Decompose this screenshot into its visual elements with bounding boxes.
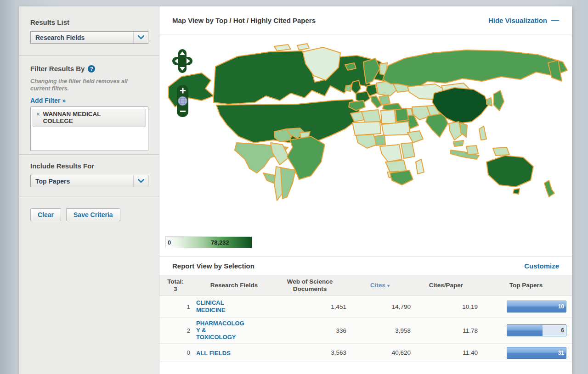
save-criteria-button[interactable]: Save Criteria — [66, 208, 120, 221]
column-header-research-fields[interactable]: Research Fields — [196, 282, 272, 289]
remove-filter-icon[interactable]: × — [36, 111, 40, 118]
cites-label: Cites — [370, 282, 385, 289]
sidebar: Results List Research Fields Filter Resu… — [19, 6, 159, 374]
country-south-korea — [486, 98, 492, 106]
sort-desc-icon: ▾ — [387, 283, 390, 288]
country-argentina — [281, 167, 295, 199]
map-header: Map View by Top / Hot / Highly Cited Pap… — [159, 6, 572, 34]
region-congo — [380, 145, 402, 162]
total-count: Total: 3 — [162, 278, 189, 293]
row-rank: 1 — [159, 303, 196, 310]
hide-visualization-link[interactable]: Hide Visualization — — [488, 16, 559, 25]
country-madagascar — [416, 159, 424, 174]
top-papers-value: 31 — [558, 347, 564, 358]
include-results-selected: Top Papers — [35, 178, 70, 185]
country-malaysia — [453, 140, 464, 146]
top-papers-bar[interactable]: 31 — [507, 347, 566, 359]
country-peru — [271, 143, 289, 165]
country-vietnam — [461, 123, 467, 137]
hide-visualization-label: Hide Visualization — [488, 17, 547, 24]
column-header-wos-documents[interactable]: Web of Science Documents — [283, 278, 338, 293]
main-content: Map View by Top / Hot / Highly Cited Pap… — [159, 6, 572, 374]
docs-value: 336 — [272, 327, 348, 334]
cites-value: 14,790 — [348, 303, 412, 310]
filter-chip-label: WANNAN MEDICAL COLLEGE — [43, 111, 124, 125]
column-header-cites-per-paper[interactable]: Cites/Paper — [412, 282, 480, 289]
country-uk — [351, 80, 361, 94]
cites-per-paper-value: 11.78 — [412, 327, 480, 334]
research-field-link[interactable]: PHARMACOLOGY & TOXICOLOGY — [196, 320, 245, 341]
cites-per-paper-value: 11.40 — [412, 349, 480, 356]
map-title: Map View by Top / Hot / Highly Cited Pap… — [172, 17, 316, 24]
zoom-control[interactable] — [177, 85, 188, 117]
arctic-island — [297, 44, 309, 50]
world-map[interactable] — [159, 37, 572, 241]
top-papers-value: 10 — [558, 301, 564, 312]
country-ireland — [345, 85, 351, 91]
include-results-dropdown[interactable]: Top Papers — [30, 175, 148, 187]
collapse-dash-icon: — — [551, 16, 559, 25]
country-nigeria — [374, 135, 385, 145]
docs-value: 3,563 — [272, 349, 348, 356]
country-australia — [486, 156, 533, 187]
region-myanmar-thailand — [449, 122, 462, 140]
scale-max-label: 78,232 — [211, 239, 229, 246]
top-papers-bar[interactable]: 10 — [507, 301, 566, 313]
cites-value: 40,620 — [348, 349, 412, 356]
bar-fill — [507, 301, 566, 312]
map-color-scale: 0 78,232 — [165, 236, 252, 248]
country-ethiopia — [407, 131, 423, 143]
chevron-down-icon — [133, 32, 148, 43]
include-results-heading: Include Results For — [30, 162, 148, 170]
arctic-island — [274, 45, 291, 51]
table-row: 0 ALL FIELDS 3,563 40,620 11.40 31 — [159, 344, 572, 362]
total-value: 3 — [162, 285, 189, 293]
add-filter-link[interactable]: Add Filter » — [30, 97, 66, 104]
actions-section: Clear Save Criteria — [19, 196, 159, 221]
filter-chip[interactable]: × WANNAN MEDICAL COLLEGE — [33, 109, 146, 127]
column-header-top-papers[interactable]: Top Papers — [480, 282, 572, 289]
country-philippines — [479, 126, 486, 140]
map-region: 0 78,232 — [159, 34, 572, 256]
total-label: Total: — [162, 278, 189, 285]
help-icon[interactable]: ? — [88, 65, 95, 73]
filter-note: Changing the filter field removes all cu… — [30, 78, 148, 93]
research-field-link[interactable]: CLINICAL MEDICINE — [196, 299, 245, 313]
docs-value: 1,451 — [272, 303, 348, 310]
filter-heading-label: Filter Results By — [30, 65, 85, 73]
bar-fill — [507, 347, 566, 358]
country-new-zealand — [544, 180, 554, 197]
results-list-section: Results List Research Fields — [19, 6, 159, 56]
research-field-link[interactable]: ALL FIELDS — [196, 350, 245, 357]
region-tasmania — [513, 189, 520, 194]
cites-per-paper-value: 10.19 — [412, 303, 480, 310]
results-list-selected: Research Fields — [35, 34, 85, 41]
results-list-heading: Results List — [30, 18, 148, 26]
table-footer-space — [159, 362, 572, 374]
filter-heading: Filter Results By ? — [30, 65, 148, 73]
country-japan — [494, 90, 504, 111]
country-russia — [383, 50, 567, 88]
column-header-cites-sorted[interactable]: Cites ▾ — [348, 282, 412, 289]
clear-button[interactable]: Clear — [30, 208, 61, 221]
top-papers-value: 6 — [561, 325, 564, 336]
region-east-africa — [401, 143, 415, 158]
app-panel: Results List Research Fields Filter Resu… — [19, 6, 572, 374]
filter-section: Filter Results By ? Changing the filter … — [19, 56, 159, 155]
table-header-row: Total: 3 Research Fields Web of Science … — [159, 275, 572, 296]
region-angola-zambia — [385, 160, 407, 172]
country-libya — [381, 110, 396, 123]
row-rank: 0 — [159, 349, 196, 356]
bar-fill — [507, 325, 543, 336]
scale-min-label: 0 — [168, 239, 171, 246]
filter-list-box: × WANNAN MEDICAL COLLEGE — [30, 106, 148, 151]
customize-link[interactable]: Customize — [524, 262, 559, 270]
row-rank: 2 — [159, 327, 196, 334]
table-row: 2 PHARMACOLOGY & TOXICOLOGY 336 3,958 11… — [159, 318, 572, 344]
zoom-out-icon — [180, 111, 186, 112]
top-papers-bar[interactable]: 6 — [507, 324, 566, 336]
pan-control[interactable] — [172, 49, 192, 73]
country-sudan — [382, 122, 410, 135]
results-list-dropdown[interactable]: Research Fields — [30, 31, 148, 44]
table-row: 1 CLINICAL MEDICINE 1,451 14,790 10.19 1… — [159, 296, 572, 318]
